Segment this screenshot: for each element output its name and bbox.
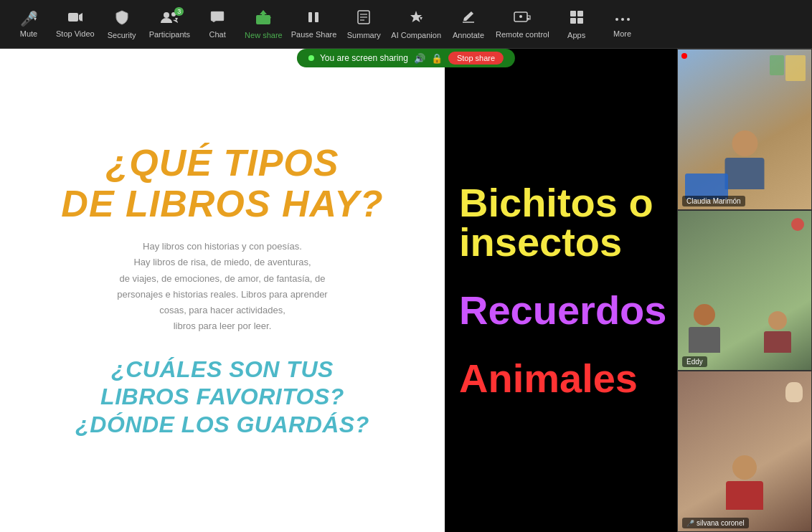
pause-share-button[interactable]: Pause Share xyxy=(287,3,341,46)
svg-rect-19 xyxy=(577,18,583,24)
apps-label: Apps xyxy=(567,31,585,39)
svg-rect-16 xyxy=(570,11,576,16)
share-banner: You are screen sharing 🔊 🔒 Stop share xyxy=(297,49,515,67)
more-icon xyxy=(615,11,631,27)
claudia-name-badge: Claudia Marimón xyxy=(682,196,745,206)
ai-companion-icon: ▾ xyxy=(408,9,424,29)
stop-video-icon: ▾ xyxy=(67,11,83,27)
svg-rect-0 xyxy=(68,13,78,22)
more-label: More xyxy=(613,29,631,38)
svg-rect-17 xyxy=(577,11,583,16)
participants-icon: 3 ▾ xyxy=(159,10,179,28)
summary-label: Summary xyxy=(347,31,381,39)
eddy-video xyxy=(678,211,811,371)
security-label: Security xyxy=(108,31,136,39)
chat-button[interactable]: Chat xyxy=(194,3,240,46)
silvana-mic-off-icon: 🎤 xyxy=(686,520,694,527)
main-content-area: ¿Qué tipos de libros hay? Hay libros con… xyxy=(0,49,677,532)
participant-tile-claudia: Claudia Marimón xyxy=(677,49,812,210)
summary-icon xyxy=(357,9,371,29)
svg-point-15 xyxy=(519,15,522,18)
audio-icon: 🔊 xyxy=(414,53,425,64)
stop-video-button[interactable]: ▾ Stop Video xyxy=(52,3,99,46)
slide-question-line1: ¿Cuáles son tus xyxy=(111,356,334,382)
remote-control-button[interactable]: ▾ Remote control xyxy=(491,3,554,46)
blackboard-word2: insectos xyxy=(459,219,666,265)
annotate-button[interactable]: Annotate xyxy=(445,3,491,46)
remote-control-icon: ▾ xyxy=(514,10,531,28)
silvana-name-badge: 🎤 silvana coronel xyxy=(682,518,749,528)
participant-tile-silvana: 🎤 silvana coronel xyxy=(677,371,812,532)
claudia-video xyxy=(678,49,811,209)
slide-title-line2: de libros hay? xyxy=(61,183,383,224)
pause-share-icon xyxy=(306,10,321,28)
annotate-label: Annotate xyxy=(453,31,484,39)
mute-label: Mute xyxy=(20,29,37,38)
participants-label: Participants xyxy=(149,30,190,39)
svg-rect-8 xyxy=(315,12,318,22)
more-button[interactable]: More xyxy=(600,3,646,46)
chat-label: Chat xyxy=(209,30,225,39)
slide-question: ¿Cuáles son tus libros favoritos? ¿Dónde… xyxy=(75,356,369,438)
pause-share-label: Pause Share xyxy=(291,30,337,39)
slide-body-text: Hay libros con historias y con poesías. … xyxy=(117,239,327,334)
blackboard-word4: Animales xyxy=(459,355,666,402)
stop-share-button[interactable]: Stop share xyxy=(448,52,504,65)
slide-question-line3: ¿Dónde los guardás? xyxy=(75,412,369,437)
svg-point-21 xyxy=(621,18,624,21)
eddy-name-badge: Eddy xyxy=(682,356,707,367)
silvana-video xyxy=(678,371,811,531)
svg-point-22 xyxy=(627,18,630,21)
svg-point-2 xyxy=(164,12,169,18)
lock-icon: 🔒 xyxy=(431,53,443,64)
sharing-indicator xyxy=(308,55,314,61)
slide-title: ¿Qué tipos de libros hay? xyxy=(61,143,383,224)
stop-video-label: Stop Video xyxy=(56,29,95,38)
participants-button[interactable]: 3 ▾ Participants xyxy=(145,3,194,46)
new-share-button[interactable]: ▾ New share xyxy=(240,3,287,46)
participant-tile-eddy: Eddy xyxy=(677,210,812,371)
blackboard-area: Bichitos o insectos Recuerdos Animales xyxy=(445,49,681,532)
video-panel: Claudia Marimón Eddy xyxy=(677,49,812,532)
ai-companion-label: AI Companion xyxy=(391,31,441,39)
slide-question-line2: libros favoritos? xyxy=(100,384,344,409)
sharing-text: You are screen sharing xyxy=(320,53,408,63)
blackboard-word3: Recuerdos xyxy=(459,287,666,333)
ai-companion-button[interactable]: ▾ AI Companion xyxy=(387,3,445,46)
remote-control-label: Remote control xyxy=(496,30,549,39)
svg-rect-7 xyxy=(308,12,312,22)
recording-indicator xyxy=(681,53,687,59)
chat-icon xyxy=(209,10,225,28)
svg-rect-18 xyxy=(570,18,576,24)
new-share-label: New share xyxy=(245,31,283,39)
annotate-icon xyxy=(461,9,476,29)
summary-button[interactable]: Summary xyxy=(341,3,387,46)
security-icon xyxy=(114,9,130,29)
apps-icon xyxy=(569,9,585,29)
mute-icon: 🎤▾ xyxy=(20,10,38,27)
apps-button[interactable]: Apps xyxy=(554,3,600,46)
security-button[interactable]: Security xyxy=(99,3,145,46)
toolbar: 🎤▾ Mute ▾ Stop Video Security xyxy=(0,0,812,49)
new-share-icon: ▾ xyxy=(254,9,273,29)
slide-panel: ¿Qué tipos de libros hay? Hay libros con… xyxy=(0,49,445,532)
mute-button[interactable]: 🎤▾ Mute xyxy=(6,3,52,46)
slide-title-line1: ¿Qué tipos xyxy=(106,142,339,184)
participants-badge: 3 xyxy=(174,7,184,16)
svg-point-20 xyxy=(615,18,618,21)
